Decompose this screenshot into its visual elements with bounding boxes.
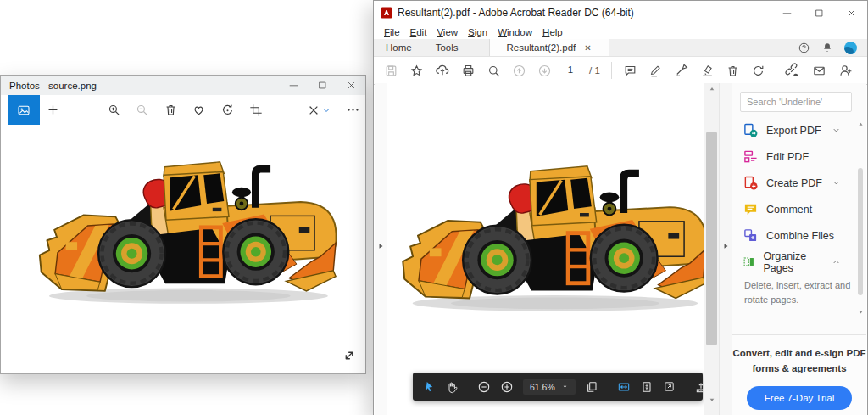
comment-tool-button[interactable]: [623, 64, 637, 78]
right-panel-collapse-arrow[interactable]: [721, 241, 731, 251]
left-panel-expand-arrow[interactable]: [376, 241, 386, 251]
acrobat-minimize-button[interactable]: [771, 1, 803, 25]
share-cloud-button[interactable]: [435, 63, 450, 78]
chevron-down-icon: [321, 105, 331, 115]
page-thumbnails-button[interactable]: [585, 380, 598, 394]
photos-maximize-button[interactable]: [308, 76, 337, 95]
right-panel-strip: [719, 83, 732, 415]
organize-pages-description: Delete, insert, extract and rotate pages…: [732, 275, 866, 306]
expand-fullscreen-button[interactable]: [342, 348, 357, 363]
scroll-up-arrow[interactable]: [704, 83, 719, 95]
tools-search-input[interactable]: [740, 92, 852, 112]
zoom-out-button[interactable]: [129, 95, 154, 125]
tab-close-icon[interactable]: ✕: [584, 43, 591, 53]
promo-line-1: Convert, edit and e-sign PDF: [732, 346, 866, 362]
panel-scrollbar-thumb[interactable]: [858, 168, 863, 295]
acrobat-toolbar: / 1: [374, 57, 867, 85]
add-person-button[interactable]: [838, 63, 854, 78]
pdf-document-area[interactable]: 61.6%: [387, 83, 704, 415]
free-trial-button[interactable]: Free 7-Day Trial: [747, 386, 852, 410]
ellipsis-icon: [346, 103, 360, 117]
zoom-in-button[interactable]: [101, 95, 126, 125]
select-tool-button[interactable]: [423, 380, 436, 393]
tab-bar-right: [798, 39, 867, 56]
find-button[interactable]: [487, 64, 501, 78]
menu-view[interactable]: View: [431, 27, 463, 37]
comment-icon: [743, 202, 758, 216]
zoom-out-icon: [135, 103, 149, 117]
tool-edit-pdf[interactable]: Edit PDF: [732, 143, 866, 170]
see-all-photos-button[interactable]: [8, 95, 40, 125]
scrollbar-thumb[interactable]: [706, 132, 717, 345]
menu-sign[interactable]: Sign: [463, 27, 492, 37]
fullscreen-button[interactable]: [663, 380, 676, 393]
notifications-bell-icon[interactable]: [821, 42, 833, 53]
account-avatar[interactable]: [844, 42, 857, 54]
add-to-button[interactable]: [40, 95, 65, 125]
stamp-tool-button[interactable]: [700, 64, 715, 78]
crop-icon: [249, 104, 263, 117]
menu-file[interactable]: File: [379, 27, 405, 37]
scroll-up-arrow[interactable]: [857, 121, 865, 128]
previous-page-button[interactable]: [512, 64, 526, 78]
photos-minimize-button[interactable]: [279, 76, 308, 95]
help-icon[interactable]: [798, 42, 810, 54]
sign-tool-button[interactable]: [674, 63, 689, 78]
fit-width-button[interactable]: [617, 380, 631, 394]
tool-create-pdf[interactable]: Create PDF: [732, 170, 866, 196]
rotate-button[interactable]: [214, 95, 240, 125]
chevron-down-icon[interactable]: [832, 126, 841, 135]
acrobat-close-button[interactable]: [835, 1, 867, 25]
menu-window[interactable]: Window: [492, 27, 537, 37]
edit-create-dropdown[interactable]: [318, 95, 335, 125]
photos-window-title: Photos - source.png: [1, 81, 279, 91]
document-scrollbar[interactable]: [704, 83, 719, 415]
see-more-button[interactable]: [340, 95, 365, 125]
acrobat-window-title: Resultant(2).pdf - Adobe Acrobat Reader …: [398, 7, 771, 19]
scroll-down-arrow[interactable]: [857, 308, 865, 316]
zoom-out-button[interactable]: [477, 380, 491, 394]
share-link-button[interactable]: [785, 63, 800, 78]
print-button[interactable]: [461, 64, 476, 78]
star-favorites-button[interactable]: [409, 64, 424, 78]
tool-comment[interactable]: Comment: [732, 196, 866, 222]
tool-organize-pages[interactable]: Organize Pages: [732, 249, 866, 275]
scroll-down-arrow[interactable]: [704, 394, 719, 406]
chevron-down-icon[interactable]: [832, 178, 841, 188]
delete-button[interactable]: [158, 95, 183, 125]
favorite-button[interactable]: [186, 95, 211, 125]
page-number-input[interactable]: [563, 64, 578, 76]
chevron-up-icon[interactable]: [832, 257, 841, 266]
tab-home[interactable]: Home: [374, 39, 424, 56]
hand-tool-button[interactable]: [445, 380, 459, 394]
tab-document[interactable]: Resultant(2).pdf ✕: [489, 39, 609, 56]
organize-pages-icon: [743, 255, 754, 269]
save-button[interactable]: [384, 64, 398, 78]
tool-combine-files[interactable]: Combine Files: [732, 222, 866, 249]
menu-help[interactable]: Help: [537, 27, 568, 37]
delete-tool-button[interactable]: [726, 64, 740, 78]
toolbar-right-group: [785, 63, 857, 78]
tool-export-pdf[interactable]: Export PDF: [732, 117, 866, 143]
next-page-button[interactable]: [537, 64, 552, 78]
zoom-level-value: 61.6%: [530, 382, 555, 392]
plus-icon: [46, 103, 60, 117]
tab-tools[interactable]: Tools: [424, 39, 470, 56]
tools-panel-scrollbar[interactable]: [855, 121, 865, 316]
email-button[interactable]: [812, 64, 826, 78]
highlight-tool-button[interactable]: [648, 64, 663, 78]
zoom-in-button[interactable]: [500, 380, 514, 394]
zoom-level-dropdown[interactable]: 61.6%: [523, 379, 576, 395]
fit-page-button[interactable]: [640, 380, 654, 394]
photos-toolbar: [1, 95, 365, 125]
wheel-loader-illustration: [36, 155, 337, 315]
zoom-in-icon: [107, 103, 121, 117]
acrobat-maximize-button[interactable]: [803, 1, 835, 25]
menu-edit[interactable]: Edit: [405, 27, 432, 37]
page-controls-toolbar: 61.6%: [413, 373, 703, 401]
create-pdf-icon: [743, 176, 758, 190]
photos-close-button[interactable]: [337, 76, 365, 95]
crop-button[interactable]: [243, 95, 269, 125]
refresh-button[interactable]: [751, 64, 765, 78]
edit-pdf-icon: [743, 149, 758, 164]
